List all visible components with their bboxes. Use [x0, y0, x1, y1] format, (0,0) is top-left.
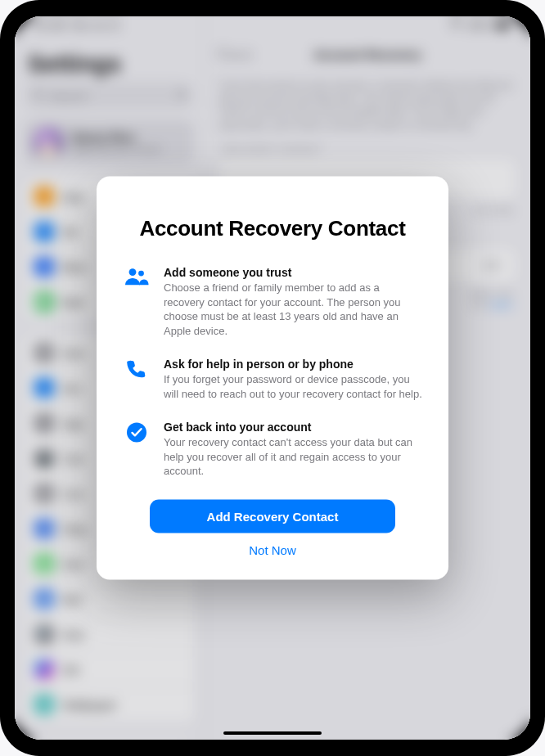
bullet-title: Ask for help in person or by phone: [164, 358, 422, 371]
phone-icon: [123, 358, 151, 401]
bullet-desc: Your recovery contact can't access your …: [164, 435, 422, 479]
modal-bullet-trust: Add someone you trust Choose a friend or…: [123, 266, 422, 338]
bullet-desc: If you forget your password or device pa…: [164, 372, 422, 401]
bullet-title: Get back into your account: [164, 421, 422, 434]
modal-bullet-check: Get back into your account Your recovery…: [123, 421, 422, 479]
modal-bullet-phone: Ask for help in person or by phone If yo…: [123, 358, 422, 401]
people-icon: [123, 266, 151, 338]
not-now-button[interactable]: Not Now: [123, 533, 422, 560]
screen: 9:41 AM Mon Jun 10 100% Settings: [15, 16, 530, 740]
bullet-desc: Choose a friend or family member to add …: [164, 281, 422, 338]
svg-point-9: [129, 268, 137, 276]
account-recovery-contact-modal: Account Recovery Contact Add someone you…: [97, 177, 448, 580]
ipad-frame: 9:41 AM Mon Jun 10 100% Settings: [0, 0, 545, 756]
modal-title: Account Recovery Contact: [123, 216, 422, 241]
svg-point-10: [138, 271, 144, 277]
home-indicator[interactable]: [223, 731, 322, 735]
bullet-title: Add someone you trust: [164, 266, 422, 279]
add-recovery-contact-button[interactable]: Add Recovery Contact: [150, 499, 395, 533]
checkmark-circle-icon: [123, 421, 151, 479]
